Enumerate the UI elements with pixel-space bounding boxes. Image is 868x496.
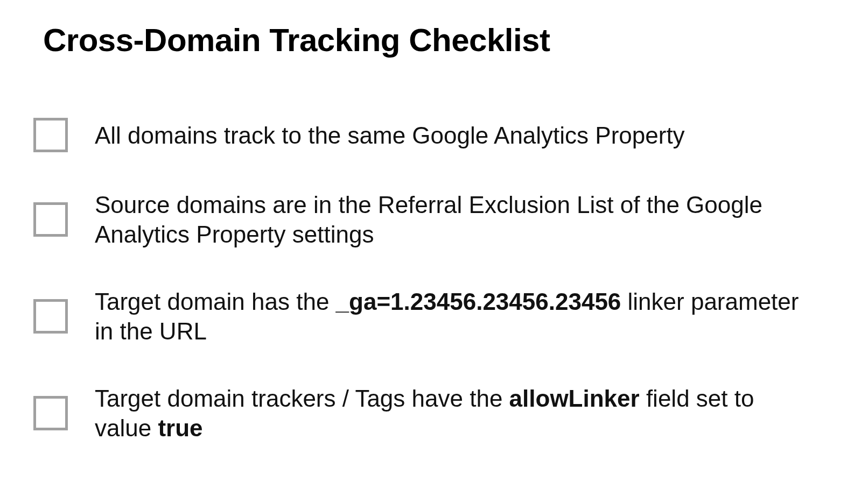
checklist-item-text: All domains track to the same Google Ana… (95, 121, 685, 150)
checkbox-icon[interactable] (33, 396, 68, 430)
text-bold: true (158, 415, 202, 441)
checkbox-icon[interactable] (33, 299, 68, 334)
checklist-item: All domains track to the same Google Ana… (43, 118, 825, 152)
checklist-item-text: Target domain trackers / Tags have the a… (95, 384, 806, 443)
text-bold: allowLinker (509, 385, 640, 412)
checkbox-icon[interactable] (33, 118, 68, 152)
checklist-item-text: Target domain has the _ga=1.23456.23456.… (95, 287, 806, 346)
text-segment: Target domain has the (95, 288, 336, 315)
text-segment: Target domain trackers / Tags have the (95, 385, 509, 412)
text-bold: _ga=1.23456.23456.23456 (336, 288, 621, 315)
text-segment: All domains track to the same Google Ana… (95, 122, 685, 148)
document-page: Cross-Domain Tracking Checklist All doma… (0, 0, 868, 443)
checklist: All domains track to the same Google Ana… (43, 118, 825, 443)
checklist-item-text: Source domains are in the Referral Exclu… (95, 190, 806, 249)
checklist-item: Target domain has the _ga=1.23456.23456.… (43, 287, 825, 346)
page-title: Cross-Domain Tracking Checklist (43, 22, 825, 59)
checkbox-icon[interactable] (33, 202, 68, 237)
checklist-item: Target domain trackers / Tags have the a… (43, 384, 825, 443)
text-segment: Source domains are in the Referral Exclu… (95, 192, 762, 247)
checklist-item: Source domains are in the Referral Exclu… (43, 190, 825, 249)
